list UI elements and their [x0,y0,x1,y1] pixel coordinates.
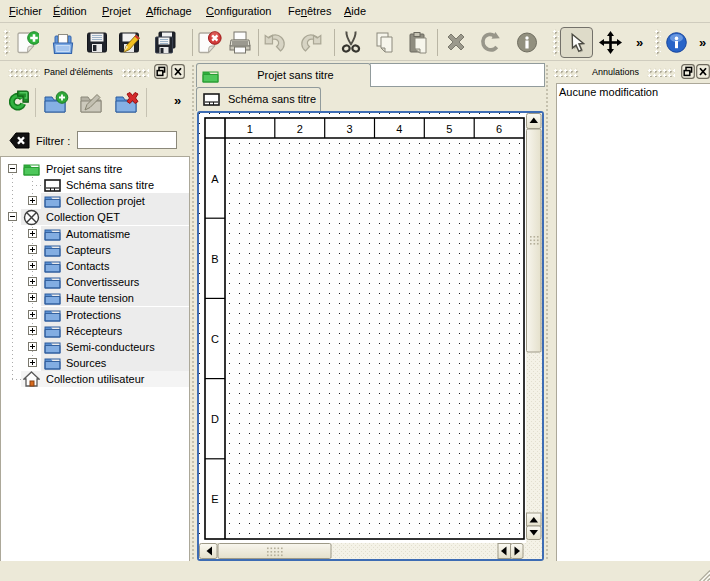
svg-text:1: 1 [247,123,253,135]
svg-text:E: E [211,493,218,505]
svg-text:C: C [211,333,219,345]
svg-text:5: 5 [446,123,452,135]
svg-text:3: 3 [347,123,353,135]
svg-text:A: A [211,173,219,185]
svg-text:6: 6 [496,123,502,135]
svg-text:2: 2 [297,123,303,135]
svg-text:4: 4 [396,123,402,135]
svg-text:B: B [211,253,218,265]
svg-text:D: D [211,413,219,425]
